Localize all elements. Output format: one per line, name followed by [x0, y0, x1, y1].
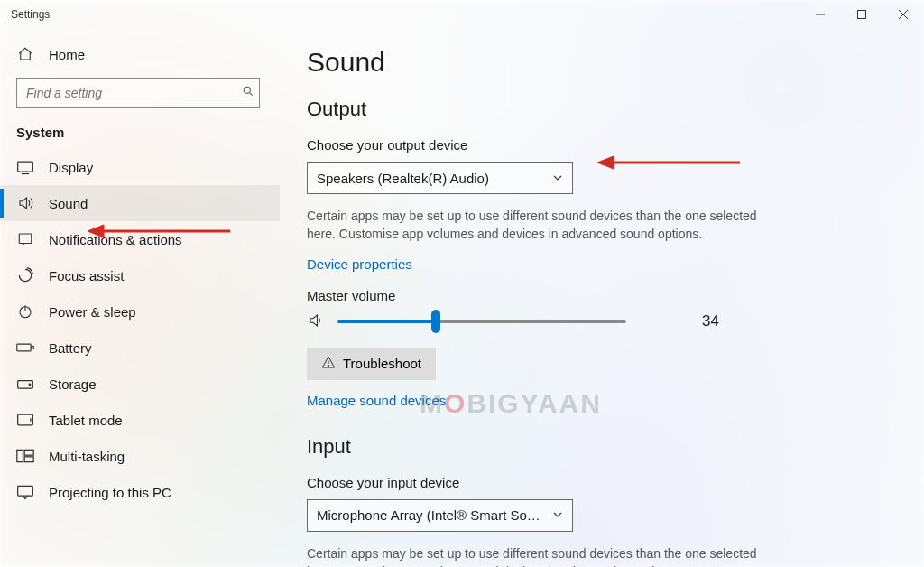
chevron-down-icon [552, 171, 563, 186]
device-properties-link[interactable]: Device properties [307, 256, 412, 272]
sidebar-item-display[interactable]: Display [0, 149, 280, 185]
project-icon [16, 483, 34, 501]
sidebar-item-label: Focus assist [49, 268, 124, 284]
home-label: Home [49, 47, 85, 62]
focus-icon [16, 266, 34, 284]
tablet-icon [16, 411, 34, 429]
svg-marker-24 [88, 225, 104, 237]
input-heading: Input [307, 435, 897, 459]
sidebar-item-label: Battery [49, 340, 92, 356]
sidebar-item-power-sleep[interactable]: Power & sleep [0, 293, 280, 330]
input-choose-label: Choose your input device [307, 475, 897, 490]
sidebar-item-battery[interactable]: Battery [0, 330, 280, 366]
svg-rect-18 [24, 450, 33, 455]
master-volume-slider[interactable] [337, 320, 626, 323]
output-hint: Certain apps may be set up to use differ… [307, 207, 776, 244]
svg-point-14 [29, 384, 31, 386]
sidebar-item-projecting[interactable]: Projecting to this PC [0, 474, 280, 510]
svg-rect-6 [18, 162, 33, 172]
display-icon [16, 158, 34, 176]
troubleshoot-button[interactable]: Troubleshoot [307, 348, 436, 380]
svg-rect-19 [24, 457, 33, 462]
sidebar-item-label: Multi-tasking [49, 449, 125, 464]
sidebar-item-sound[interactable]: Sound [0, 185, 280, 221]
home-icon [16, 45, 34, 63]
input-device-value: Microphone Array (Intel® Smart So… [317, 507, 541, 523]
svg-line-5 [250, 93, 253, 96]
svg-rect-11 [17, 344, 31, 351]
notifications-icon [16, 230, 34, 248]
troubleshoot-label: Troubleshoot [343, 356, 421, 371]
master-volume-value: 34 [702, 312, 719, 330]
sound-icon [16, 194, 34, 212]
volume-icon[interactable] [307, 312, 325, 331]
sidebar-item-label: Display [49, 160, 93, 175]
search-wrap [0, 72, 280, 116]
sidebar: Home System Display Sound Notifications … [0, 29, 280, 567]
slider-thumb[interactable] [431, 310, 440, 333]
power-icon [16, 302, 34, 321]
svg-rect-8 [19, 234, 32, 244]
input-hint: Certain apps may be set up to use differ… [307, 544, 776, 567]
output-device-value: Speakers (Realtek(R) Audio) [317, 171, 489, 186]
svg-rect-1 [858, 11, 866, 19]
chevron-down-icon [552, 507, 563, 523]
sidebar-item-focus-assist[interactable]: Focus assist [0, 257, 280, 293]
svg-rect-17 [17, 450, 23, 461]
sidebar-section-title: System [0, 116, 280, 149]
sidebar-item-storage[interactable]: Storage [0, 366, 280, 402]
svg-marker-26 [597, 156, 614, 169]
svg-point-22 [328, 366, 328, 367]
watermark: MOBIGYAAN [420, 388, 602, 419]
sidebar-home[interactable]: Home [0, 36, 280, 72]
search-icon [242, 85, 254, 100]
input-device-select[interactable]: Microphone Array (Intel® Smart So… [307, 499, 573, 532]
output-heading: Output [307, 98, 897, 121]
svg-rect-20 [18, 486, 33, 496]
content: Sound Output Choose your output device S… [280, 29, 924, 567]
multitask-icon [16, 447, 34, 465]
sidebar-item-tablet-mode[interactable]: Tablet mode [0, 402, 280, 438]
page-title: Sound [307, 47, 897, 78]
close-button[interactable] [882, 0, 924, 29]
sidebar-item-label: Storage [49, 376, 97, 392]
battery-icon [16, 339, 34, 357]
svg-rect-12 [32, 346, 33, 349]
storage-icon [16, 375, 34, 393]
maximize-button[interactable] [841, 0, 882, 29]
output-choose-label: Choose your output device [307, 137, 897, 153]
sidebar-item-label: Projecting to this PC [49, 485, 171, 500]
master-volume-label: Master volume [307, 288, 897, 303]
output-device-select[interactable]: Speakers (Realtek(R) Audio) [307, 162, 573, 194]
window-title: Settings [11, 8, 50, 21]
svg-point-4 [244, 87, 250, 93]
search-input[interactable] [16, 78, 260, 108]
sidebar-item-label: Power & sleep [49, 304, 136, 320]
titlebar: Settings [0, 0, 924, 29]
sidebar-item-multitasking[interactable]: Multi-tasking [0, 438, 280, 474]
sidebar-item-label: Sound [49, 196, 88, 211]
annotation-arrow-sound [86, 222, 239, 243]
sidebar-item-label: Tablet mode [49, 413, 123, 428]
minimize-button[interactable] [799, 0, 841, 29]
warning-icon [321, 355, 336, 372]
annotation-arrow-output-select [596, 153, 749, 174]
slider-fill [337, 320, 436, 323]
